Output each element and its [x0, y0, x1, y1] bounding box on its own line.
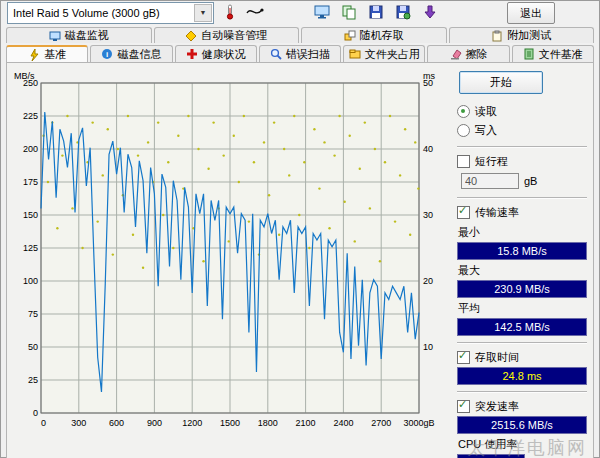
- read-radio[interactable]: [457, 105, 470, 118]
- access-time-label: 存取时间: [475, 350, 519, 365]
- toolbar: Intel Raid 5 Volume (3000 gB) ▼ 退出: [1, 1, 599, 25]
- short-stroke-checkbox[interactable]: [457, 155, 470, 168]
- save-as-button[interactable]: [391, 1, 415, 25]
- svg-text:3000gB: 3000gB: [403, 418, 434, 428]
- copy-button[interactable]: [337, 1, 361, 25]
- save-button[interactable]: [364, 1, 388, 25]
- export-button[interactable]: [418, 1, 442, 25]
- separator: [457, 197, 587, 199]
- tab-label: 文件夹占用: [365, 47, 420, 62]
- min-value: 15.8 MB/s: [457, 242, 587, 260]
- svg-text:50: 50: [28, 342, 38, 352]
- toolbar-icon-group: [310, 1, 442, 25]
- svg-text:2700: 2700: [371, 418, 391, 428]
- tab-label: 磁盘信息: [117, 47, 161, 62]
- transfer-rate-label: 传输速率: [475, 205, 519, 220]
- svg-text:2100: 2100: [296, 418, 316, 428]
- exit-button[interactable]: 退出: [507, 2, 555, 24]
- tab-health[interactable]: 健康状况: [175, 45, 257, 62]
- tab-disk-monitor[interactable]: 磁盘监视: [6, 27, 152, 43]
- dice-icon: [344, 30, 356, 42]
- benchmark-page: MB/sms2502252001751501251007550250504030…: [6, 62, 594, 458]
- hdtune-window: Intel Raid 5 Volume (3000 gB) ▼ 退出 磁盘监视: [0, 0, 600, 458]
- folder-icon: [349, 48, 361, 60]
- read-radio-label: 读取: [475, 104, 497, 119]
- burst-rate-row[interactable]: 突发速率: [457, 399, 587, 414]
- tab-random-access[interactable]: 随机存取: [301, 27, 447, 43]
- separator: [457, 391, 587, 393]
- monitor-icon: [314, 4, 330, 23]
- burst-rate-checkbox[interactable]: [457, 400, 470, 413]
- separator: [457, 342, 587, 344]
- download-arrow-icon: [422, 4, 438, 23]
- write-radio[interactable]: [457, 124, 470, 137]
- svg-text:900: 900: [147, 418, 162, 428]
- short-stroke-input[interactable]: [461, 173, 519, 189]
- avg-value: 142.5 MB/s: [457, 318, 587, 336]
- start-button[interactable]: 开始: [459, 71, 543, 94]
- svg-text:1800: 1800: [258, 418, 278, 428]
- clipboard-icon: [491, 30, 503, 42]
- cpu-usage-value: 3.9%: [457, 454, 525, 458]
- floppy-disk-green-icon: [395, 4, 411, 23]
- write-radio-row[interactable]: 写入: [457, 123, 587, 138]
- tab-folder-usage[interactable]: 文件夹占用: [343, 45, 425, 62]
- burst-rate-label: 突发速率: [475, 399, 519, 414]
- svg-text:200: 200: [23, 144, 38, 154]
- svg-text:1200: 1200: [182, 418, 202, 428]
- read-radio-row[interactable]: 读取: [457, 104, 587, 119]
- temperature-button[interactable]: [218, 1, 242, 25]
- noise-diamond-icon: [185, 30, 197, 42]
- min-label: 最小: [458, 225, 587, 240]
- svg-text:20: 20: [423, 276, 433, 286]
- separator: [457, 146, 587, 148]
- floppy-disk-icon: [368, 4, 384, 23]
- short-stroke-row[interactable]: 短行程: [457, 154, 587, 169]
- tab-disk-info[interactable]: i 磁盘信息: [90, 45, 172, 62]
- tab-aam[interactable]: 自动噪音管理: [154, 27, 300, 43]
- access-time-row[interactable]: 存取时间: [457, 350, 587, 365]
- svg-text:150: 150: [23, 210, 38, 220]
- tab-label: 文件基准: [539, 47, 583, 62]
- benchmark-chart-svg: MB/sms2502252001751501251007550250504030…: [11, 67, 449, 437]
- tab-benchmark[interactable]: 基准: [6, 45, 88, 62]
- tab-error-scan[interactable]: 错误扫描: [259, 45, 341, 62]
- transfer-rate-checkbox[interactable]: [457, 206, 470, 219]
- short-stroke-label: 短行程: [475, 154, 508, 169]
- tab-label: 附加测试: [507, 28, 551, 43]
- screenshot-button[interactable]: [310, 1, 334, 25]
- benchmark-controls: 开始 读取 写入 短行程 gB 传输速率: [449, 67, 589, 458]
- tab-extra-tests[interactable]: 附加测试: [449, 27, 595, 43]
- tab-label: 擦除: [466, 47, 488, 62]
- max-label: 最大: [458, 263, 587, 278]
- svg-text:175: 175: [23, 177, 38, 187]
- short-stroke-value-row: gB: [461, 173, 587, 189]
- svg-text:50: 50: [423, 78, 433, 88]
- tab-erase[interactable]: 擦除: [427, 45, 509, 62]
- avg-label: 平均: [458, 301, 587, 316]
- green-file-icon: [523, 48, 535, 60]
- info-icon: i: [101, 48, 113, 60]
- svg-text:250: 250: [23, 78, 38, 88]
- svg-text:30: 30: [423, 210, 433, 220]
- transfer-rate-row[interactable]: 传输速率: [457, 205, 587, 220]
- svg-text:0: 0: [33, 408, 38, 418]
- magnifier-icon: [270, 48, 282, 60]
- tab-label: 错误扫描: [286, 47, 330, 62]
- access-time-checkbox[interactable]: [457, 351, 470, 364]
- probe-icon: [246, 5, 264, 21]
- svg-text:100: 100: [23, 276, 38, 286]
- red-cross-icon: [186, 48, 198, 60]
- chevron-down-icon[interactable]: ▼: [194, 4, 212, 22]
- tab-row-2: 基准 i 磁盘信息 健康状况 错误扫描 文件夹占用 擦除 文件基准: [1, 43, 599, 62]
- tab-label: 随机存取: [360, 28, 404, 43]
- disk-monitor-icon: [49, 30, 61, 42]
- svg-text:2400: 2400: [333, 418, 353, 428]
- write-radio-label: 写入: [475, 123, 497, 138]
- thermometer-icon: [222, 4, 238, 23]
- tab-file-benchmark[interactable]: 文件基准: [512, 45, 594, 62]
- eraser-icon: [450, 48, 462, 60]
- drive-select[interactable]: Intel Raid 5 Volume (3000 gB) ▼: [7, 2, 214, 24]
- tab-label: 基准: [44, 47, 66, 62]
- drive-select-value: Intel Raid 5 Volume (3000 gB): [13, 7, 160, 19]
